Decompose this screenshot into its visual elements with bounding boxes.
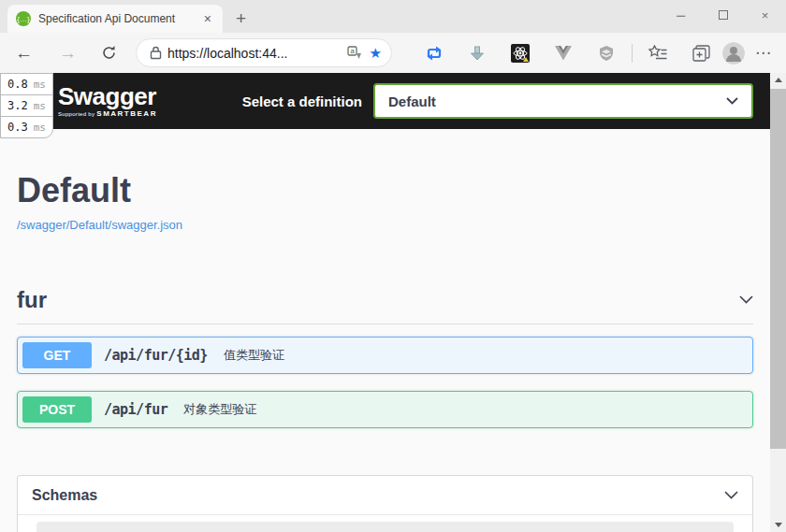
address-bar[interactable]: https://localhost:44... a ★ bbox=[136, 38, 392, 67]
new-tab-button[interactable]: + bbox=[236, 11, 246, 26]
schema-model-row[interactable] bbox=[36, 522, 734, 532]
supported-by-text: Supported by bbox=[58, 111, 95, 117]
react-devtools-extension-icon[interactable] bbox=[509, 44, 531, 63]
perf-unit: ms bbox=[34, 122, 46, 134]
download-extension-icon[interactable] bbox=[466, 45, 488, 62]
operation-summary: 值类型验证 bbox=[224, 347, 284, 364]
perf-timing: 0.8 ms bbox=[0, 73, 53, 95]
close-button[interactable]: × bbox=[744, 0, 786, 30]
chevron-down-icon bbox=[726, 97, 738, 105]
chevron-down-icon[interactable] bbox=[724, 491, 738, 499]
triangle-down-icon bbox=[775, 523, 782, 527]
perf-value: 0.8 bbox=[7, 78, 28, 91]
browser-toolbar: ← → https://localhost:44... a ★ bbox=[0, 33, 786, 73]
url-text[interactable]: https://localhost:44... bbox=[167, 46, 347, 61]
vue-devtools-extension-icon[interactable] bbox=[552, 46, 575, 61]
perf-value: 0.3 bbox=[7, 121, 28, 134]
swagger-topbar: Swagger Supported bySMARTBEAR Select a d… bbox=[0, 73, 770, 129]
operation-get-row[interactable]: GET /api/fur/{id} 值类型验证 bbox=[17, 337, 753, 374]
refresh-button[interactable] bbox=[101, 45, 117, 61]
back-button[interactable]: ← bbox=[15, 43, 33, 64]
schemas-section: Schemas bbox=[17, 475, 753, 532]
smartbear-brand-text: SMARTBEAR bbox=[96, 109, 157, 118]
tab-strip: {…} Specification Api Document × + ─ × bbox=[0, 0, 786, 33]
lock-icon[interactable] bbox=[150, 46, 162, 60]
select-definition-label: Select a definition bbox=[242, 93, 362, 109]
browser-tab[interactable]: {…} Specification Api Document × bbox=[7, 5, 223, 33]
scrollbar-thumb[interactable] bbox=[770, 89, 786, 449]
shield-extension-icon[interactable] bbox=[595, 45, 618, 62]
definition-select[interactable]: Default bbox=[373, 83, 753, 119]
perf-unit: ms bbox=[34, 79, 46, 91]
smartbear-tagline: Supported bySMARTBEAR bbox=[58, 109, 157, 118]
window-controls: ─ × bbox=[660, 0, 786, 30]
operation-post-row[interactable]: POST /api/fur 对象类型验证 bbox=[17, 391, 753, 428]
tab-title: Specification Api Document bbox=[38, 12, 201, 25]
schemas-header[interactable]: Schemas bbox=[18, 476, 752, 515]
favorites-bar-icon[interactable] bbox=[647, 45, 669, 61]
forward-button[interactable]: → bbox=[59, 43, 77, 64]
auto-refresh-extension-icon[interactable] bbox=[423, 45, 445, 62]
perf-unit: ms bbox=[34, 100, 46, 112]
toolbar-divider bbox=[632, 44, 633, 63]
get-method-badge: GET bbox=[22, 342, 92, 368]
selected-definition: Default bbox=[388, 93, 436, 109]
tab-close-icon[interactable]: × bbox=[201, 11, 214, 26]
translate-icon[interactable]: a bbox=[347, 46, 362, 61]
scroll-up-arrow[interactable] bbox=[770, 73, 786, 87]
operation-path[interactable]: /api/fur bbox=[104, 401, 167, 418]
operation-path[interactable]: /api/fur/{id} bbox=[104, 347, 208, 364]
perf-value: 3.2 bbox=[7, 99, 28, 112]
spec-json-link[interactable]: /swagger/Default/swagger.json bbox=[17, 218, 182, 232]
post-method-badge: POST bbox=[22, 396, 92, 423]
tag-name: fur bbox=[17, 287, 47, 313]
maximize-icon bbox=[719, 10, 728, 20]
maximize-button[interactable] bbox=[702, 0, 744, 30]
settings-more-icon[interactable]: ⋯ bbox=[755, 43, 771, 63]
scroll-down-arrow[interactable] bbox=[770, 518, 786, 532]
swagger-logo-text: Swagger bbox=[58, 84, 157, 108]
profile-avatar[interactable] bbox=[722, 42, 745, 65]
page-scrollbar[interactable] bbox=[770, 73, 786, 532]
swagger-logo[interactable]: Swagger Supported bySMARTBEAR bbox=[58, 84, 157, 118]
extensions-row: ⋯ bbox=[413, 42, 784, 65]
perf-timing: 0.3 ms bbox=[0, 116, 53, 138]
operation-summary: 对象类型验证 bbox=[183, 401, 256, 418]
triangle-up-icon bbox=[775, 78, 782, 82]
perf-timing: 3.2 ms bbox=[0, 94, 53, 117]
swagger-page: Swagger Supported bySMARTBEAR Select a d… bbox=[0, 73, 770, 532]
chevron-down-icon[interactable] bbox=[739, 295, 753, 304]
swagger-favicon-icon: {…} bbox=[16, 11, 31, 26]
performance-overlay: 0.8 ms 3.2 ms 0.3 ms bbox=[0, 73, 53, 138]
minimize-button[interactable]: ─ bbox=[660, 0, 702, 30]
api-content: Default /swagger/Default/swagger.json fu… bbox=[0, 172, 770, 532]
tag-section-fur[interactable]: fur bbox=[17, 276, 753, 324]
favorite-star-icon[interactable]: ★ bbox=[370, 45, 382, 62]
schemas-title: Schemas bbox=[32, 487, 97, 504]
api-title: Default bbox=[17, 172, 753, 209]
collections-icon[interactable] bbox=[690, 45, 712, 62]
